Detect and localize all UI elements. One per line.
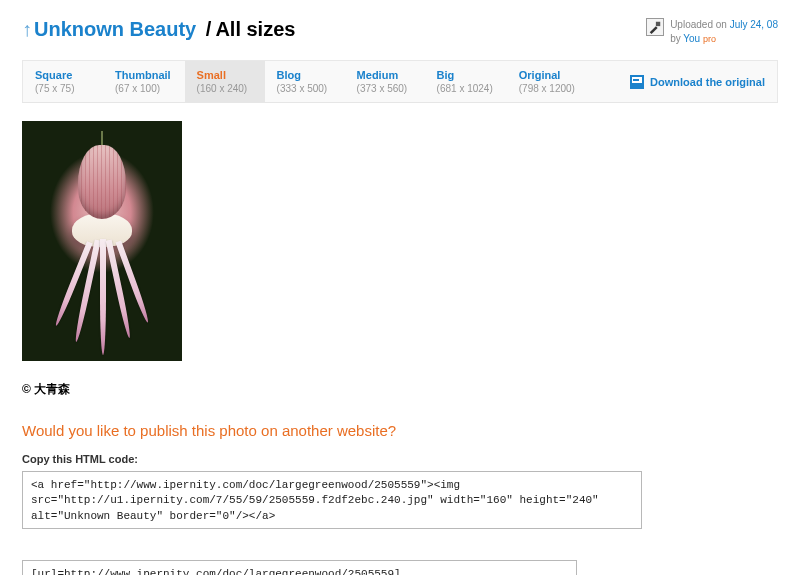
download-original-link[interactable]: Download the original <box>618 61 777 102</box>
save-icon <box>630 75 644 89</box>
size-tab-dim: (798 x 1200) <box>519 83 575 94</box>
photo-title-link[interactable]: Unknown Beauty <box>34 18 196 40</box>
size-tab-thumbnail[interactable]: Thumbnail (67 x 100) <box>103 61 185 102</box>
size-tab-original[interactable]: Original (798 x 1200) <box>507 61 589 102</box>
size-tab-dim: (67 x 100) <box>115 83 171 94</box>
pro-badge: pro <box>703 34 716 44</box>
size-tab-label: Blog <box>277 69 331 81</box>
uploaded-prefix: Uploaded on <box>670 19 727 30</box>
svg-rect-0 <box>656 22 660 26</box>
size-tab-blog[interactable]: Blog (333 x 500) <box>265 61 345 102</box>
size-tab-dim: (333 x 500) <box>277 83 331 94</box>
title-separator: / <box>206 18 212 40</box>
upload-meta: Uploaded on July 24, 08 by You pro <box>646 18 778 46</box>
uploader-link[interactable]: You <box>683 33 700 44</box>
back-arrow[interactable]: ↑ <box>22 18 32 40</box>
copyright-line: © 大青森 <box>22 381 778 398</box>
all-sizes-label: All sizes <box>215 18 295 40</box>
embed-bbcode-textarea[interactable] <box>22 560 577 575</box>
size-tab-small[interactable]: Small (160 x 240) <box>185 61 265 102</box>
page-title: ↑Unknown Beauty /All sizes <box>22 18 295 41</box>
size-tab-label: Original <box>519 69 575 81</box>
size-tab-label: Medium <box>357 69 411 81</box>
embed-html-textarea[interactable] <box>22 471 642 529</box>
by-prefix: by <box>670 33 681 44</box>
size-tabs: Square (75 x 75) Thumbnail (67 x 100) Sm… <box>22 60 778 102</box>
size-tab-label: Thumbnail <box>115 69 171 81</box>
size-tab-dim: (75 x 75) <box>35 83 89 94</box>
publish-question: Would you like to publish this photo on … <box>22 422 778 439</box>
photo-preview[interactable] <box>22 121 182 361</box>
size-tab-dim: (373 x 560) <box>357 83 411 94</box>
size-tab-big[interactable]: Big (681 x 1024) <box>425 61 507 102</box>
size-tab-label: Big <box>437 69 493 81</box>
size-tab-dim: (160 x 240) <box>197 83 251 94</box>
size-tab-label: Small <box>197 69 251 81</box>
copy-html-label: Copy this HTML code: <box>22 453 778 465</box>
size-tab-square[interactable]: Square (75 x 75) <box>23 61 103 102</box>
download-label: Download the original <box>650 76 765 88</box>
size-tab-label: Square <box>35 69 89 81</box>
tool-icon <box>646 18 664 36</box>
size-tab-medium[interactable]: Medium (373 x 560) <box>345 61 425 102</box>
uploaded-date[interactable]: July 24, 08 <box>730 19 778 30</box>
size-tab-dim: (681 x 1024) <box>437 83 493 94</box>
